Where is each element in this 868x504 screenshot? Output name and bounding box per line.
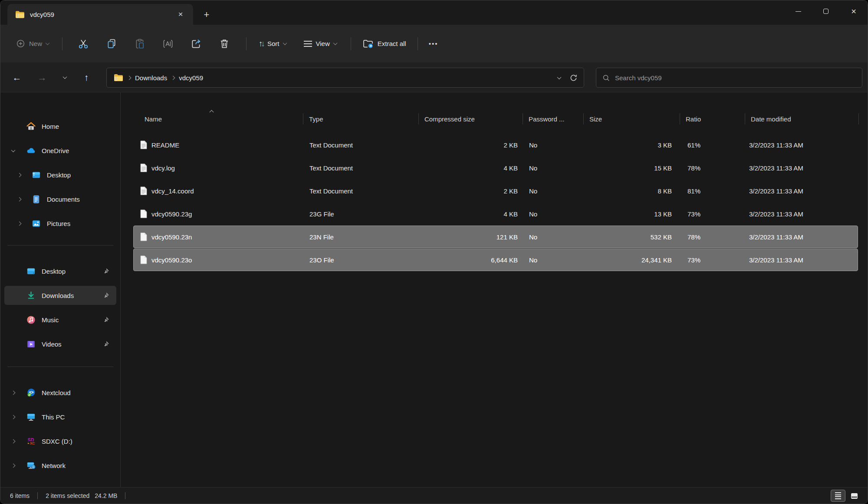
sidebar-item-videos[interactable]: Videos — [4, 334, 116, 353]
maximize-button[interactable] — [812, 0, 840, 22]
back-button[interactable]: ← — [8, 69, 26, 86]
status-separator — [37, 492, 38, 499]
chevron-down-icon — [46, 41, 50, 45]
paste-icon — [134, 38, 145, 49]
column-header-type[interactable]: Type — [303, 108, 419, 130]
new-plus-icon — [16, 39, 25, 48]
downloads-icon — [26, 291, 36, 301]
new-tab-button[interactable]: + — [199, 7, 214, 22]
file-type: 23G File — [304, 210, 419, 218]
new-button[interactable]: New — [11, 33, 54, 54]
sidebar-item-nextcloud[interactable]: Nextcloud — [4, 383, 116, 402]
details-view-button[interactable] — [831, 490, 845, 502]
sidebar-item-desktop-pinned[interactable]: Desktop — [4, 262, 116, 281]
sidebar-item-label: Music — [42, 316, 59, 324]
file-ratio: 78% — [681, 164, 746, 172]
column-header-compressed-size[interactable]: Compressed size — [419, 108, 523, 130]
file-date-modified: 3/2/2023 11:33 AM — [746, 233, 858, 241]
breadcrumb-current-folder[interactable]: vdcy059 — [176, 72, 206, 83]
sidebar-item-label: This PC — [42, 413, 65, 421]
recent-locations-button[interactable] — [56, 69, 73, 86]
file-row-vdcy-coord[interactable]: vdcy_14.coord Text Document 2 KB No 8 KB… — [133, 180, 858, 202]
view-button[interactable]: View — [299, 33, 342, 54]
file-date-modified: 3/2/2023 11:33 AM — [746, 164, 858, 172]
chevron-collapsed-icon[interactable] — [11, 390, 15, 395]
address-bar[interactable]: Downloads vdcy059 — [106, 68, 584, 88]
status-separator — [125, 492, 125, 499]
chevron-collapsed-icon[interactable] — [17, 173, 21, 177]
copy-button[interactable] — [100, 33, 123, 54]
up-button[interactable]: ↑ — [78, 69, 95, 86]
file-row-readme[interactable]: README Text Document 2 KB No 3 KB 61% 3/… — [133, 134, 858, 156]
chevron-expanded-icon[interactable] — [11, 148, 15, 152]
file-row-23g[interactable]: vdcy0590.23g 23G File 4 KB No 13 KB 73% … — [133, 203, 858, 225]
file-compressed-size: 4 KB — [419, 210, 523, 218]
minimize-button[interactable] — [784, 0, 812, 22]
file-type: Text Document — [304, 187, 419, 195]
file-name: README — [151, 141, 179, 149]
sidebar-item-downloads[interactable]: Downloads — [4, 286, 116, 305]
close-button[interactable]: × — [840, 0, 868, 22]
file-icon — [140, 255, 147, 264]
column-header-ratio[interactable]: Ratio — [680, 108, 745, 130]
breadcrumb-chevron-icon — [171, 75, 175, 80]
large-icons-view-button[interactable] — [847, 490, 861, 502]
sidebar-item-label: Documents — [47, 196, 80, 203]
file-compressed-size: 2 KB — [419, 141, 523, 149]
column-header-date-modified[interactable]: Date modified — [745, 108, 859, 130]
breadcrumb-downloads[interactable]: Downloads — [132, 72, 170, 83]
svg-text:XC: XC — [30, 441, 35, 445]
extract-all-label: Extract all — [378, 40, 406, 47]
cut-icon — [78, 38, 89, 49]
sidebar-item-sdxc-drive[interactable]: SD XC SDXC (D:) — [4, 432, 116, 451]
back-icon: ← — [13, 72, 22, 83]
delete-button[interactable] — [213, 33, 236, 54]
sidebar-item-network[interactable]: Network — [4, 456, 116, 475]
see-more-button[interactable]: ••• — [422, 33, 445, 54]
desktop-icon — [31, 170, 41, 180]
sidebar-item-this-pc[interactable]: This PC — [4, 407, 116, 426]
sidebar-item-label: OneDrive — [42, 147, 69, 154]
documents-icon — [31, 194, 41, 204]
file-row-23n-selected[interactable]: vdcy0590.23n 23N File 121 KB No 532 KB 7… — [133, 226, 858, 248]
file-size: 3 KB — [584, 141, 681, 149]
music-icon — [26, 315, 36, 325]
tab-title: vdcy059 — [30, 11, 54, 18]
text-document-icon — [140, 141, 147, 149]
refresh-icon[interactable] — [569, 74, 578, 82]
search-input[interactable] — [615, 74, 856, 82]
file-password: No — [523, 187, 584, 195]
file-date-modified: 3/2/2023 11:33 AM — [746, 141, 858, 149]
file-row-23o-selected[interactable]: vdcy0590.23o 23O File 6,644 KB No 24,341… — [133, 249, 858, 271]
file-size: 24,341 KB — [584, 256, 681, 264]
share-button[interactable] — [185, 33, 207, 54]
sidebar-item-onedrive[interactable]: OneDrive — [4, 141, 116, 160]
file-row-vdcy-log[interactable]: vdcy.log Text Document 4 KB No 15 KB 78%… — [133, 157, 858, 179]
explorer-tab[interactable]: vdcy059 × — [7, 4, 193, 25]
sidebar-item-onedrive-desktop[interactable]: Desktop — [4, 165, 116, 184]
address-dropdown-icon[interactable] — [557, 75, 562, 79]
sidebar-item-documents[interactable]: Documents — [4, 190, 116, 209]
chevron-collapsed-icon[interactable] — [17, 197, 21, 201]
forward-button[interactable]: → — [33, 69, 51, 86]
chevron-collapsed-icon[interactable] — [11, 415, 15, 419]
chevron-collapsed-icon[interactable] — [11, 439, 15, 443]
tab-close-icon[interactable]: × — [174, 8, 187, 21]
column-header-size[interactable]: Size — [584, 108, 680, 130]
sort-button[interactable]: ↑↓ Sort — [253, 33, 292, 54]
view-toggles — [831, 490, 861, 502]
text-document-icon — [140, 164, 147, 172]
cut-button[interactable] — [72, 33, 95, 54]
extract-all-button[interactable]: Extract all — [357, 33, 411, 54]
sidebar-item-home[interactable]: Home — [4, 117, 116, 136]
column-header-name[interactable]: Name — [121, 108, 303, 130]
paste-button[interactable] — [128, 33, 151, 54]
rename-button[interactable] — [157, 33, 179, 54]
sidebar-item-pictures[interactable]: Pictures — [4, 214, 116, 233]
sidebar-item-music[interactable]: Music — [4, 310, 116, 329]
sidebar-separator — [7, 245, 113, 245]
chevron-collapsed-icon[interactable] — [17, 221, 21, 226]
file-icon — [140, 209, 147, 218]
column-header-password[interactable]: Password ... — [523, 108, 584, 130]
chevron-collapsed-icon[interactable] — [11, 463, 15, 468]
